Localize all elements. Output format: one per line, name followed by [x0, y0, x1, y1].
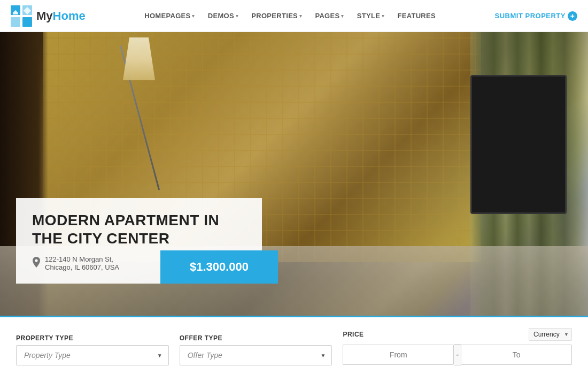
location-pin-icon — [32, 257, 41, 270]
address-line1: 122-140 N Morgan St, — [45, 255, 119, 263]
address-line2: Chicago, IL 60607, USA — [45, 263, 119, 271]
price-range-separator: - — [454, 344, 461, 365]
nav-homepages[interactable]: HOMEPAGES ▾ — [139, 7, 200, 24]
hero-price-badge: $1.300.000 — [160, 250, 278, 284]
svg-point-5 — [35, 259, 38, 262]
price-to-input[interactable] — [461, 345, 572, 365]
logo-icon — [11, 5, 32, 27]
offer-type-label: OFFER TYPE — [180, 334, 332, 342]
plus-icon: + — [568, 11, 577, 21]
nav-features[interactable]: FEATURES — [392, 7, 441, 24]
currency-select[interactable]: Currency USD EUR GBP — [529, 328, 572, 341]
nav-links: HOMEPAGES ▾ DEMOS ▾ PROPERTIES ▾ PAGES ▾… — [139, 7, 441, 24]
offer-type-select[interactable]: Offer Type For Sale For Rent Short Term — [180, 345, 332, 365]
offer-type-field-group: OFFER TYPE Offer Type For Sale For Rent … — [180, 334, 332, 365]
submit-property-label: SUBMIT PROPERTY — [495, 12, 566, 20]
nav-style[interactable]: STYLE ▾ — [352, 7, 390, 24]
chevron-down-icon: ▾ — [341, 13, 344, 19]
chevron-down-icon: ▾ — [192, 13, 195, 19]
logo-text: MyHome — [36, 9, 86, 23]
hero-title: MODERN APARTMENT IN THE CITY CENTER — [32, 211, 246, 247]
price-range: - — [343, 344, 572, 365]
chevron-down-icon: ▾ — [236, 13, 238, 19]
chevron-down-icon: ▾ — [382, 13, 384, 19]
property-type-label: PROPERTY TYPE — [16, 334, 169, 342]
svg-rect-3 — [22, 17, 32, 27]
price-header: PRICE Currency USD EUR GBP ▼ — [343, 328, 572, 341]
price-label: PRICE — [343, 331, 363, 338]
nav-demos[interactable]: DEMOS ▾ — [203, 7, 244, 24]
price-from-input[interactable] — [343, 345, 454, 365]
svg-rect-2 — [11, 17, 20, 27]
property-type-select[interactable]: Property Type Apartment House Villa Comm… — [16, 345, 169, 365]
price-field-group: PRICE Currency USD EUR GBP ▼ - — [343, 328, 572, 365]
property-type-select-wrapper: Property Type Apartment House Villa Comm… — [16, 345, 169, 365]
hero-price-value: $1.300.000 — [190, 260, 249, 274]
chevron-down-icon: ▾ — [299, 13, 302, 19]
nav-pages[interactable]: PAGES ▾ — [310, 7, 349, 24]
property-type-field-group: PROPERTY TYPE Property Type Apartment Ho… — [16, 334, 169, 365]
logo[interactable]: MyHome — [11, 5, 86, 27]
search-bar: PROPERTY TYPE Property Type Apartment Ho… — [0, 316, 588, 374]
submit-property-button[interactable]: SUBMIT PROPERTY + — [495, 11, 577, 21]
hero-section: MODERN APARTMENT IN THE CITY CENTER 122-… — [0, 32, 588, 316]
currency-select-wrapper: Currency USD EUR GBP ▼ — [529, 328, 572, 341]
search-fields: PROPERTY TYPE Property Type Apartment Ho… — [16, 328, 572, 365]
nav-properties[interactable]: PROPERTIES ▾ — [246, 7, 307, 24]
navbar: MyHome HOMEPAGES ▾ DEMOS ▾ PROPERTIES ▾ … — [0, 0, 588, 32]
offer-type-select-wrapper: Offer Type For Sale For Rent Short Term … — [180, 345, 332, 365]
tv-panel — [470, 75, 567, 214]
